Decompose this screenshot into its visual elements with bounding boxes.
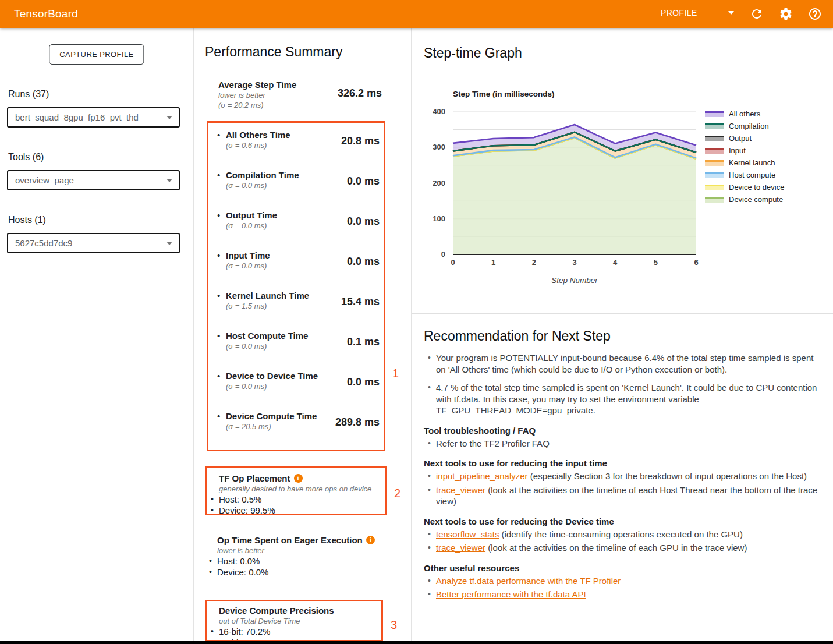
svg-text:2: 2 (532, 258, 536, 267)
info-icon[interactable]: i (366, 536, 375, 544)
average-step-time-value: 326.2 ms (338, 87, 382, 110)
bullet-dot: • (217, 130, 220, 140)
bullet-dot: • (217, 331, 220, 341)
faq-heading: Tool troubleshooting / FAQ (424, 425, 818, 436)
average-step-time-row: Average Step Time lower is better (σ = 2… (218, 79, 382, 110)
runs-select[interactable]: bert_squad_8gpu_fp16_pvt_thd (7, 107, 180, 128)
list-item: Device: 0.0% (205, 567, 387, 578)
legend-swatch (705, 185, 724, 190)
list-item: Host: 0.5% (207, 494, 385, 505)
svg-text:400: 400 (433, 107, 445, 116)
legend-item: Host compute (705, 171, 784, 179)
metric-sigma: (σ = 0.0 ms) (226, 221, 277, 231)
metric-sigma: (σ = 20.5 ms) (226, 422, 317, 431)
trace-viewer-link[interactable]: trace_viewer (436, 543, 485, 553)
input-pipeline-analyzer-link[interactable]: input_pipeline_analyzer (436, 471, 528, 481)
info-icon[interactable]: i (294, 474, 303, 483)
tool-item: tensorflow_stats (identify the time-cons… (436, 529, 818, 540)
list-item: Device: 99.5% (207, 505, 385, 516)
metric-value: 289.8 ms (335, 416, 380, 451)
metric-name: Average Step Time (218, 79, 296, 90)
chevron-down-icon (166, 242, 172, 245)
header-actions: PROFILE (660, 6, 823, 22)
tool-item-text: (look at the activities on the timeline … (485, 543, 747, 553)
recommendation-title: Recommendation for Next Step (424, 328, 818, 344)
bullet-dot: • (217, 371, 220, 381)
tools-select[interactable]: overview_page (7, 170, 180, 190)
resource-item: Better performance with the tf.data API (436, 589, 818, 600)
recommendation-section: Recommendation for Next Step Your progra… (424, 328, 818, 603)
device-tools-heading: Next tools to use for reducing the Devic… (424, 516, 818, 527)
metric-row: • All Others Time (σ = 0.6 ms) 20.8 ms (208, 129, 380, 169)
tfdata-api-link[interactable]: Better performance with the tf.data API (436, 589, 586, 599)
metric-row: • Device to Device Time (σ = 0.0 ms) 0.0… (208, 370, 380, 411)
annotation-box-1: • All Others Time (σ = 0.6 ms) 20.8 ms •… (207, 121, 385, 451)
metric-name: Kernel Launch Time (226, 290, 309, 301)
legend-swatch (705, 111, 724, 117)
svg-text:4: 4 (613, 258, 618, 267)
svg-text:3: 3 (572, 258, 576, 267)
device-tools-list: tensorflow_stats (identify the time-cons… (424, 529, 818, 554)
metric-note: lower is better (218, 90, 296, 100)
capture-profile-button[interactable]: CAPTURE PROFILE (49, 44, 144, 65)
performance-summary-panel: Performance Summary Average Step Time lo… (194, 28, 412, 644)
settings-button[interactable] (778, 6, 793, 22)
metric-name: Output Time (226, 210, 277, 221)
tool-item-text: (identify the time-consuming operations … (499, 529, 743, 539)
panel-divider (412, 313, 833, 314)
svg-text:0: 0 (451, 258, 455, 267)
tensorflow-stats-link[interactable]: tensorflow_stats (436, 529, 499, 539)
hosts-select[interactable]: 5627c5dd7dc9 (7, 233, 180, 253)
svg-text:Step Number: Step Number (551, 276, 598, 285)
device-compute-precisions-note: out of Total Device Time (207, 616, 381, 626)
metric-name: All Others Time (226, 129, 290, 140)
legend-item: Compilation (705, 122, 784, 130)
metric-value: 15.4 ms (341, 296, 380, 330)
hosts-label: Hosts (1) (8, 215, 46, 225)
legend-item: Device compute (705, 196, 784, 203)
legend-label: Device compute (729, 195, 783, 204)
legend-swatch (705, 197, 724, 203)
eager-execution-title: Op Time Spent on Eager Execution i (205, 535, 387, 546)
bullet-dot: • (217, 250, 220, 260)
legend-label: Compilation (729, 122, 769, 130)
hosts-select-value: 5627c5dd7dc9 (15, 238, 72, 248)
svg-text:5: 5 (654, 258, 658, 267)
trace-viewer-link[interactable]: trace_viewer (436, 485, 485, 495)
recommendation-bullet: Your program is POTENTIALLY input-bound … (436, 352, 818, 375)
chevron-down-icon (166, 116, 172, 119)
tool-item-text: (especially Section 3 for the breakdown … (528, 471, 807, 481)
metric-row: • Compilation Time (σ = 0.0 ms) 0.0 ms (208, 169, 380, 210)
chart-legend: All others Compilation Output Input Kern… (705, 110, 784, 203)
metric-name: Compilation Time (226, 169, 299, 181)
gear-icon (779, 7, 793, 21)
metric-row: • Input Time (σ = 0.0 ms) 0.0 ms (208, 250, 380, 290)
svg-text:1: 1 (491, 258, 495, 267)
legend-item: Device to device (705, 183, 784, 191)
refresh-icon (750, 7, 764, 21)
legend-item: All others (705, 110, 784, 118)
legend-item: Output (705, 135, 784, 142)
help-button[interactable] (807, 6, 823, 22)
chevron-down-icon (166, 179, 172, 182)
runs-select-value: bert_squad_8gpu_fp16_pvt_thd (15, 112, 139, 122)
resources-list: Analyze tf.data performance with the TF … (424, 575, 818, 600)
tf-op-placement-note: generally desired to have more ops on de… (207, 484, 385, 494)
tfdata-profiler-link[interactable]: Analyze tf.data performance with the TF … (436, 576, 621, 586)
metric-name: Input Time (226, 250, 270, 261)
refresh-button[interactable] (749, 6, 764, 22)
recommendation-bullet: 4.7 % of the total step time sampled is … (436, 382, 818, 416)
faq-item: Refer to the TF2 Profiler FAQ (436, 438, 818, 450)
metric-value: 0.0 ms (347, 376, 380, 411)
svg-text:0: 0 (441, 250, 445, 259)
eager-execution-block: Op Time Spent on Eager Execution i lower… (205, 535, 387, 578)
window-bottom-edge (0, 641, 833, 644)
legend-swatch (705, 160, 724, 166)
resource-item: Analyze tf.data performance with the TF … (436, 575, 818, 587)
list-item: Host: 0.0% (205, 555, 387, 567)
dashboard-selector[interactable]: PROFILE (660, 6, 735, 22)
legend-label: Output (729, 134, 752, 143)
main-content: CAPTURE PROFILE Runs (37) bert_squad_8gp… (0, 28, 833, 644)
section-title-text: TF Op Placement (219, 473, 290, 484)
legend-label: Device to device (729, 183, 784, 192)
